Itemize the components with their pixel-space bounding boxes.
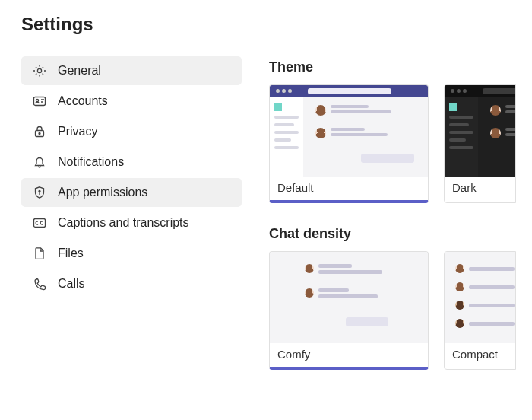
sidebar-item-label: Notifications (58, 155, 124, 169)
shield-icon (32, 185, 47, 200)
sidebar-item-accounts[interactable]: Accounts (21, 87, 242, 116)
page-title: Settings (21, 14, 532, 35)
gear-icon (32, 63, 47, 78)
chat-density-option-compact[interactable]: Compact (444, 251, 516, 370)
settings-main: Theme (269, 56, 532, 393)
sidebar-item-app-permissions[interactable]: App permissions (21, 178, 242, 207)
cc-icon (32, 215, 47, 231)
svg-point-5 (39, 191, 40, 192)
chat-density-option-label: Comfy (270, 343, 428, 367)
sidebar-item-label: Captions and transcripts (58, 216, 189, 230)
theme-option-default[interactable]: Default (269, 84, 429, 203)
chat-density-options-row: Comfy Compact (269, 251, 532, 370)
chat-density-option-comfy[interactable]: Comfy (269, 251, 429, 370)
sidebar-item-label: Calls (58, 277, 85, 291)
sidebar-item-label: Accounts (58, 94, 108, 108)
bell-icon (32, 154, 47, 170)
id-card-icon (32, 94, 47, 109)
chat-density-option-label: Compact (445, 343, 515, 367)
theme-section-title: Theme (269, 59, 532, 75)
theme-option-label: Default (270, 177, 428, 200)
sidebar-item-label: Files (58, 247, 84, 260)
sidebar-item-label: App permissions (58, 186, 147, 199)
theme-preview-dark (445, 85, 515, 177)
svg-point-4 (39, 133, 40, 135)
svg-point-0 (37, 68, 41, 72)
phone-icon (32, 276, 47, 291)
sidebar-item-label: Privacy (58, 125, 97, 138)
chat-density-preview-comfy (270, 252, 428, 343)
sidebar-item-captions-transcripts[interactable]: Captions and transcripts (21, 208, 242, 237)
chat-density-preview-compact (445, 252, 515, 343)
file-icon (32, 246, 47, 261)
sidebar-item-general[interactable]: General (21, 56, 242, 85)
sidebar-item-files[interactable]: Files (21, 239, 242, 268)
sidebar-item-calls[interactable]: Calls (21, 269, 242, 298)
sidebar-item-privacy[interactable]: Privacy (21, 117, 242, 146)
theme-preview-default (270, 85, 428, 177)
settings-sidebar: General Accounts (21, 56, 242, 393)
theme-options-row: Default (269, 84, 532, 203)
chat-density-section-title: Chat density (269, 226, 532, 242)
sidebar-item-notifications[interactable]: Notifications (21, 148, 242, 177)
theme-option-label: Dark (445, 177, 515, 200)
lock-icon (32, 124, 47, 139)
svg-point-2 (36, 99, 38, 101)
theme-option-dark[interactable]: Dark (444, 84, 516, 203)
sidebar-item-label: General (58, 64, 101, 78)
svg-rect-1 (34, 97, 46, 106)
